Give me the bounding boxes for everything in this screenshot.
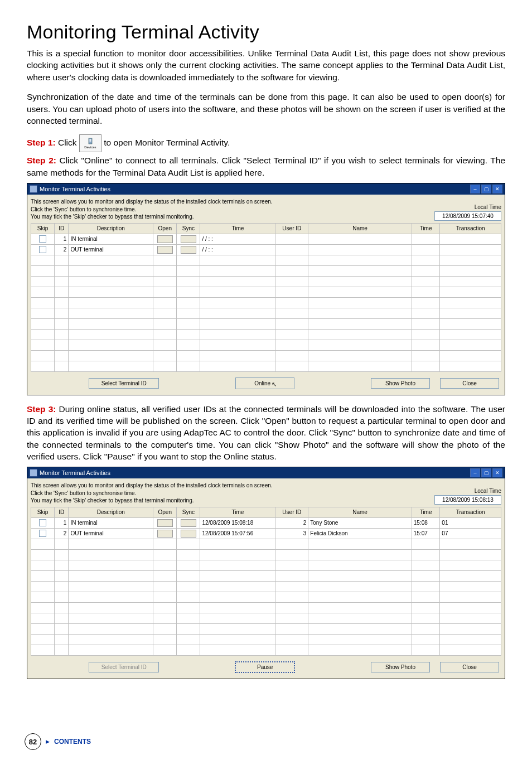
skip-checkbox[interactable] xyxy=(39,519,46,526)
cell-id: 1 xyxy=(55,517,69,528)
show-photo-button[interactable]: Show Photo xyxy=(371,662,430,672)
col-id[interactable]: ID xyxy=(55,223,69,234)
skip-checkbox[interactable] xyxy=(39,530,46,537)
open-button[interactable] xyxy=(157,530,173,538)
contents-link[interactable]: CONTENTS xyxy=(54,738,91,746)
step-2-text: Click "Online" to connect to all termina… xyxy=(27,156,505,177)
page-number: 82 xyxy=(25,733,41,750)
select-terminal-button[interactable]: Select Terminal ID xyxy=(89,378,159,389)
monitor-window-online: Monitor Terminal Activities – ▢ ✕ This s… xyxy=(27,467,505,679)
col-transaction[interactable]: Transaction xyxy=(440,223,501,234)
window-icon xyxy=(30,185,37,193)
window-title: Monitor Terminal Activities xyxy=(40,186,110,192)
minimize-button[interactable]: – xyxy=(470,185,480,193)
col-skip[interactable]: Skip xyxy=(31,223,55,234)
col-time2[interactable]: Time xyxy=(412,507,440,517)
step-1-label: Step 1: xyxy=(27,138,58,147)
cursor-icon: ↖ xyxy=(272,381,277,388)
col-time[interactable]: Time xyxy=(200,223,275,234)
close-window-button[interactable]: ✕ xyxy=(492,468,502,477)
col-userid[interactable]: User ID xyxy=(275,507,308,517)
col-open[interactable]: Open xyxy=(153,507,177,517)
close-button[interactable]: Close xyxy=(440,378,499,389)
step-1-text-b: to open Monitor Terminal Activity. xyxy=(104,138,230,147)
col-time2[interactable]: Time xyxy=(412,223,440,234)
devices-button[interactable]: Devices xyxy=(79,134,101,152)
cell-time: 12/08/2009 15:07:56 xyxy=(200,528,275,539)
close-button[interactable]: Close xyxy=(440,662,499,672)
col-skip[interactable]: Skip xyxy=(31,507,55,517)
instr-line-1: This screen allows you to monitor and di… xyxy=(31,482,434,490)
minimize-button[interactable]: – xyxy=(470,468,480,477)
skip-checkbox[interactable] xyxy=(39,246,46,253)
table-row[interactable]: 1 IN terminal 12/08/2009 15:08:18 2 Tony… xyxy=(31,517,501,528)
local-time-label: Local Time xyxy=(434,488,501,494)
titlebar: Monitor Terminal Activities – ▢ ✕ xyxy=(27,183,505,195)
online-button[interactable]: Online↖ xyxy=(235,377,294,389)
local-time-label: Local Time xyxy=(434,204,501,210)
step-3-label: Step 3: xyxy=(27,404,59,414)
local-time-value: 12/08/2009 15:07:40 xyxy=(434,211,501,221)
cell-id: 1 xyxy=(55,234,69,244)
cell-time: / / : : xyxy=(200,244,275,255)
close-window-button[interactable]: ✕ xyxy=(492,185,502,193)
intro-para-1: This is a special function to monitor do… xyxy=(27,47,505,83)
instr-line-3: You may tick the 'Skip' checker to bypas… xyxy=(31,213,434,221)
cell-name: Tony Stone xyxy=(308,517,412,528)
intro-para-2: Synchronization of the date and time of … xyxy=(27,91,505,127)
col-open[interactable]: Open xyxy=(153,223,177,234)
step-1-text-a: Click xyxy=(58,138,79,147)
sync-button[interactable] xyxy=(181,519,196,527)
table-row[interactable]: 2 OUT terminal / / : : xyxy=(31,244,501,255)
instr-line-2: Click the 'Sync' button to synchronise t… xyxy=(31,490,434,497)
sync-button[interactable] xyxy=(181,235,196,243)
col-sync[interactable]: Sync xyxy=(177,223,200,234)
table-row[interactable]: 2 OUT terminal 12/08/2009 15:07:56 3 Fel… xyxy=(31,528,501,539)
open-button[interactable] xyxy=(157,519,173,527)
step-2-para: Step 2: Click "Online" to connect to all… xyxy=(27,154,505,178)
local-time-block: Local Time 12/08/2009 15:08:13 xyxy=(434,488,501,505)
terminals-table: Skip ID Description Open Sync Time User … xyxy=(31,223,501,372)
sync-button[interactable] xyxy=(181,246,196,254)
cell-description: IN terminal xyxy=(69,234,153,244)
titlebar: Monitor Terminal Activities – ▢ ✕ xyxy=(27,467,505,478)
cell-description: OUT terminal xyxy=(69,528,153,539)
local-time-block: Local Time 12/08/2009 15:07:40 xyxy=(434,204,501,221)
pause-button[interactable]: Pause xyxy=(235,661,295,673)
cell-transaction: 01 xyxy=(440,517,501,528)
col-name[interactable]: Name xyxy=(308,507,412,517)
cell-time2: 15:07 xyxy=(412,528,440,539)
cell-userid: 3 xyxy=(275,528,308,539)
cell-time: / / : : xyxy=(200,234,275,244)
cell-description: IN terminal xyxy=(69,517,153,528)
maximize-button[interactable]: ▢ xyxy=(481,185,491,193)
cell-time: 12/08/2009 15:08:18 xyxy=(200,517,275,528)
open-button[interactable] xyxy=(157,235,173,243)
col-id[interactable]: ID xyxy=(55,507,69,517)
instr-line-2: Click the 'Sync' button to synchronise t… xyxy=(31,206,434,214)
step-1-line: Step 1: Click Devices to open Monitor Te… xyxy=(27,134,505,152)
instruction-text: This screen allows you to monitor and di… xyxy=(31,482,434,505)
window-icon xyxy=(30,469,37,477)
monitor-window-offline: Monitor Terminal Activities – ▢ ✕ This s… xyxy=(27,183,505,395)
col-name[interactable]: Name xyxy=(308,223,412,234)
triangle-icon: ▶ xyxy=(46,739,50,744)
col-description[interactable]: Description xyxy=(69,507,153,517)
table-row[interactable]: 1 IN terminal / / : : xyxy=(31,234,501,244)
maximize-button[interactable]: ▢ xyxy=(481,468,491,477)
col-userid[interactable]: User ID xyxy=(275,223,308,234)
sync-button[interactable] xyxy=(181,530,196,538)
col-description[interactable]: Description xyxy=(69,223,153,234)
skip-checkbox[interactable] xyxy=(39,235,46,243)
col-transaction[interactable]: Transaction xyxy=(440,507,501,517)
instr-line-1: This screen allows you to monitor and di… xyxy=(31,198,434,206)
step-2-label: Step 2: xyxy=(27,156,59,165)
col-time[interactable]: Time xyxy=(200,507,275,517)
open-button[interactable] xyxy=(157,246,173,254)
cell-description: OUT terminal xyxy=(69,244,153,255)
show-photo-button[interactable]: Show Photo xyxy=(371,378,430,389)
cell-id: 2 xyxy=(55,528,69,539)
devices-icon xyxy=(87,138,94,146)
col-sync[interactable]: Sync xyxy=(177,507,200,517)
instr-line-3: You may tick the 'Skip' checker to bypas… xyxy=(31,497,434,505)
